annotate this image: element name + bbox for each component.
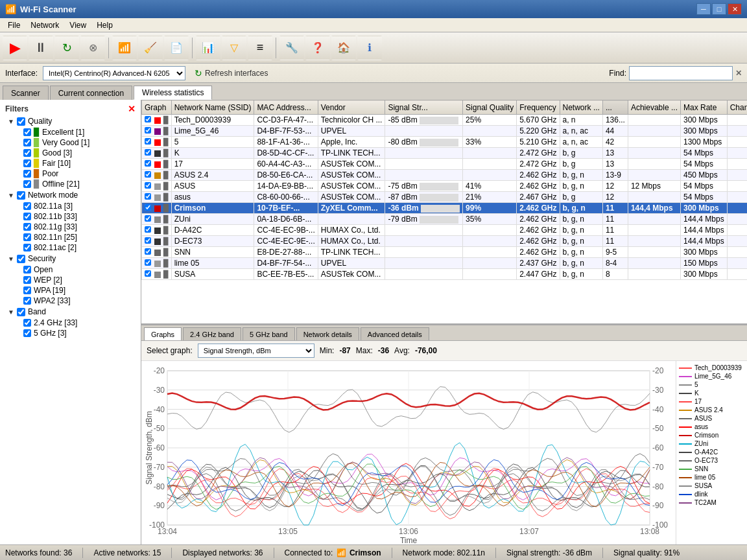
tab-current-connection[interactable]: Current connection [50,86,132,100]
menu-view[interactable]: View [64,19,91,31]
graph-tab-5ghz[interactable]: 5 GHz band [243,327,295,340]
close-button[interactable]: ✕ [728,3,742,15]
col-ssid[interactable]: Network Name (SSID) [171,100,254,115]
graph-tab-24ghz[interactable]: 2.4 GHz band [183,327,241,340]
data-table[interactable]: Graph Network Name (SSID) MAC Address...… [141,100,747,324]
interface-select[interactable]: Intel(R) Centrino(R) Advanced-N 6205 [43,66,185,80]
toolbar-sep-1 [108,38,109,58]
table-row[interactable]: ▉ 5 88-1F-A1-36-... Apple, Inc. -80 dBm … [142,137,748,148]
cell-mac: 88-1F-A1-36-... [254,137,318,148]
maximize-button[interactable]: □ [712,3,726,15]
table-row[interactable]: ▉ Lime_5G_46 D4-BF-7F-53-... UPVEL 5.220… [142,126,748,137]
col-frequency[interactable]: Frequency [517,100,560,115]
list-button[interactable]: ≡ [248,36,272,60]
table-row[interactable]: ▉ lime 05 D4-BF-7F-54-... UPVEL 2.437 GH… [142,258,748,269]
quality-header[interactable]: ▼ Quality [8,115,138,127]
network-mode-header[interactable]: ▼ Network mode [8,189,138,201]
open-checkbox[interactable] [23,266,31,274]
graph-tab-network-details[interactable]: Network details [296,327,359,340]
minimize-button[interactable]: ─ [696,3,711,15]
table-row[interactable]: ▉ K D8-5D-4C-CF-... TP-LINK TECH... 2.47… [142,148,748,159]
find-input[interactable] [629,66,733,80]
table-row[interactable]: ▉ SNN E8-DE-27-88-... TP-LINK TECH... 2.… [142,247,748,258]
col-mac[interactable]: MAC Address... [254,100,318,115]
filter-button[interactable]: ▽ [222,36,246,60]
menu-file[interactable]: File [3,19,25,31]
security-checkbox[interactable] [17,255,25,263]
network-mode-items: 802.11a [3] 802.11b [33] 802.11g [33] 80… [13,201,138,253]
col-signal-quality[interactable]: Signal Quality [463,100,517,115]
quality-checkbox[interactable] [17,117,25,126]
table-row[interactable]: ▉ D-EC73 CC-4E-EC-9E-... HUMAX Co., Ltd.… [142,236,748,247]
col-graph[interactable]: Graph [142,100,172,115]
band-5ghz-checkbox[interactable] [23,329,31,337]
clear-button[interactable]: 🧹 [138,36,163,60]
excellent-checkbox[interactable] [23,128,31,136]
stats-button[interactable]: 📊 [196,36,220,60]
cell-frequency: 2.462 GHz [517,236,560,247]
tab-wireless-statistics[interactable]: Wireless statistics [134,86,212,100]
refresh-interfaces-button[interactable]: ↻ Refresh interfaces [191,67,272,80]
help-button[interactable]: ❓ [305,36,330,60]
wpa2-checkbox[interactable] [23,297,31,305]
table-row[interactable]: ▉ ASUS 14-DA-E9-BB-... ASUSTek COM... -7… [142,181,748,192]
cell-signal-str: -79 dBm [385,214,463,225]
mode-ac-label: 802.11ac [2] [34,243,77,252]
col-achievable[interactable]: Achievable ... [628,100,680,115]
graph-type-select[interactable]: Signal Strength, dBm [198,344,314,358]
signal-strength-button[interactable]: 📶 [112,36,137,60]
col-sort[interactable]: ... [602,100,628,115]
table-row[interactable]: ▉ Tech_D0003939 CC-D3-FA-47-... Technico… [142,115,748,126]
home-button[interactable]: 🏠 [331,36,356,60]
scan-button[interactable]: ▶ [3,36,27,60]
poor-checkbox[interactable] [23,170,31,178]
table-row[interactable]: ▉ D-A42C CC-4E-EC-9B-... HUMAX Co., Ltd.… [142,225,748,236]
fair-checkbox[interactable] [23,159,31,167]
menu-network[interactable]: Network [25,19,64,31]
filter-close-button[interactable]: ✕ [128,104,136,114]
cell-channel [727,126,747,137]
info-button[interactable]: ℹ [357,36,382,60]
col-max-rate[interactable]: Max Rate [680,100,727,115]
col-vendor[interactable]: Vendor [318,100,385,115]
table-row[interactable]: ▉ 17 60-A4-4C-A3-... ASUSTek COM... 2.47… [142,159,748,170]
mode-n-checkbox[interactable] [23,233,31,241]
legend-item: O-A42C [679,448,744,456]
band-checkbox[interactable] [17,308,25,316]
cell-mac: CC-4E-EC-9B-... [254,225,318,236]
wep-checkbox[interactable] [23,276,31,284]
offline-checkbox[interactable] [23,180,31,188]
network-mode-checkbox[interactable] [17,191,25,200]
refresh-button[interactable]: ↻ [54,36,79,60]
table-row[interactable]: ▉ ZUni 0A-18-D6-6B-... -79 dBm 35% 2.462… [142,214,748,225]
mode-b-checkbox[interactable] [23,213,31,220]
very-good-checkbox[interactable] [23,139,31,146]
good-checkbox[interactable] [23,149,31,157]
band-2ghz-checkbox[interactable] [23,319,31,327]
cell-network-mode: b, g, n [560,258,602,269]
mode-ac-checkbox[interactable] [23,244,31,251]
find-clear-button[interactable]: ✕ [735,69,742,78]
wpa-checkbox[interactable] [23,286,31,294]
stop-button[interactable]: ⊗ [80,36,105,60]
security-header[interactable]: ▼ Security [8,253,138,264]
table-row[interactable]: ▉ SUSA BC-EE-7B-E5-... ASUSTek COM... 2.… [142,269,748,280]
menu-help[interactable]: Help [91,19,118,31]
cell-mac: CC-4E-EC-9E-... [254,236,318,247]
mode-g-checkbox[interactable] [23,223,31,231]
graph-tab-advanced[interactable]: Advanced details [361,327,429,340]
col-channel[interactable]: Chan [727,100,747,115]
table-row[interactable]: ▉ ASUS 2.4 D8-50-E6-CA-... ASUSTek COM..… [142,170,748,181]
band-header[interactable]: ▼ Band [8,306,138,318]
legend-label: asus [694,423,708,430]
col-network-mode[interactable]: Network ... [560,100,602,115]
col-signal-str[interactable]: Signal Str... [385,100,463,115]
mode-a-checkbox[interactable] [23,202,31,210]
tools-button[interactable]: 🔧 [279,36,304,60]
table-row[interactable]: ▉ asus C8-60-00-66-... ASUSTek COM... -8… [142,192,748,203]
table-row[interactable]: ▉ Crimson 10-7B-EF-... ZyXEL Comm... -36… [142,203,748,214]
tab-scanner[interactable]: Scanner [3,86,49,100]
export-button[interactable]: 📄 [164,36,189,60]
graph-tab-graphs[interactable]: Graphs [144,327,182,340]
pause-button[interactable]: ⏸ [29,36,53,60]
